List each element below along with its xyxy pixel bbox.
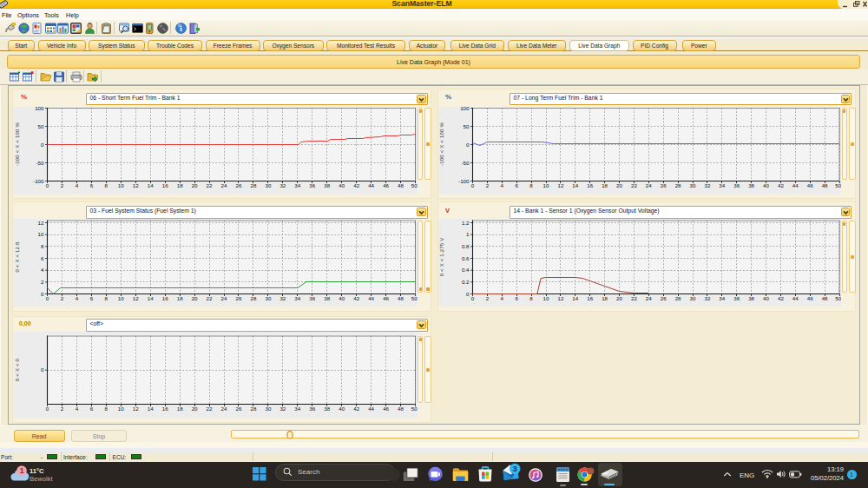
svg-text:10: 10 — [118, 406, 124, 412]
svg-text:38: 38 — [324, 406, 330, 412]
svg-text:10: 10 — [542, 182, 549, 188]
svg-text:4: 4 — [500, 295, 503, 301]
svg-text:-100 < X < 100 %: -100 < X < 100 % — [439, 122, 444, 165]
svg-text:30: 30 — [689, 295, 695, 301]
svg-text:20: 20 — [192, 406, 198, 412]
svg-text:36: 36 — [309, 295, 315, 301]
svg-text:2: 2 — [61, 182, 64, 188]
svg-text:8: 8 — [529, 295, 533, 301]
svg-text:100: 100 — [35, 107, 44, 111]
svg-text:16: 16 — [587, 182, 593, 188]
svg-text:28: 28 — [674, 182, 681, 188]
svg-text:50: 50 — [411, 406, 418, 412]
svg-text:8: 8 — [529, 182, 533, 188]
svg-text:3: 3 — [513, 464, 517, 473]
svg-text:42: 42 — [777, 182, 783, 188]
svg-text:12: 12 — [133, 295, 139, 301]
svg-text:6: 6 — [90, 406, 94, 412]
svg-text:18: 18 — [602, 295, 608, 301]
svg-text:0.8: 0.8 — [461, 243, 469, 249]
svg-text:20: 20 — [192, 182, 198, 188]
svg-text:40: 40 — [339, 406, 345, 412]
svg-text:44: 44 — [368, 406, 374, 412]
svg-text:6: 6 — [515, 182, 518, 188]
svg-text:46: 46 — [383, 406, 389, 412]
svg-text:10: 10 — [118, 295, 124, 301]
svg-text:0: 0 — [46, 295, 49, 301]
svg-text:30: 30 — [689, 182, 695, 188]
svg-text:38: 38 — [748, 182, 754, 188]
svg-text:0: 0 — [46, 182, 49, 188]
svg-text:10: 10 — [542, 295, 549, 301]
svg-text:1: 1 — [20, 466, 24, 475]
svg-text:26: 26 — [236, 406, 242, 412]
svg-text:0: 0 — [46, 406, 49, 412]
svg-text:0: 0 — [466, 141, 470, 147]
svg-text:34: 34 — [719, 182, 725, 188]
svg-text:36: 36 — [733, 182, 740, 188]
svg-text:44: 44 — [792, 182, 798, 188]
svg-text:32: 32 — [279, 182, 286, 188]
svg-text:26: 26 — [236, 182, 242, 188]
svg-text:42: 42 — [353, 182, 359, 188]
svg-text:12: 12 — [557, 295, 563, 301]
svg-text:4: 4 — [76, 406, 79, 412]
svg-text:46: 46 — [383, 295, 389, 301]
svg-text:0: 0 — [470, 182, 474, 188]
svg-text:50: 50 — [38, 122, 44, 129]
svg-text:16: 16 — [162, 182, 168, 188]
svg-text:4: 4 — [500, 182, 503, 188]
svg-text:30: 30 — [265, 295, 271, 301]
svg-text:38: 38 — [324, 295, 330, 301]
svg-text:36: 36 — [309, 182, 315, 188]
svg-text:0 < X < 12.8: 0 < X < 12.8 — [15, 241, 20, 273]
svg-text:46: 46 — [806, 295, 812, 301]
svg-text:18: 18 — [177, 406, 183, 412]
svg-text:18: 18 — [602, 182, 608, 188]
svg-text:24: 24 — [645, 182, 651, 188]
svg-text:4: 4 — [41, 267, 44, 273]
svg-text:22: 22 — [630, 295, 636, 301]
svg-text:18: 18 — [177, 295, 183, 301]
svg-text:0.6: 0.6 — [461, 255, 469, 261]
svg-text:6: 6 — [515, 295, 518, 301]
svg-text:-100 < X < 100 %: -100 < X < 100 % — [15, 122, 20, 165]
svg-text:44: 44 — [368, 182, 374, 188]
svg-text:2: 2 — [61, 295, 64, 301]
svg-text:26: 26 — [236, 295, 242, 301]
svg-text:2: 2 — [485, 182, 489, 188]
svg-text:50: 50 — [835, 295, 841, 301]
svg-text:28: 28 — [250, 182, 256, 188]
svg-text:8: 8 — [105, 406, 108, 412]
svg-text:30: 30 — [265, 182, 271, 188]
svg-text:22: 22 — [207, 406, 213, 412]
svg-text:28: 28 — [674, 295, 681, 301]
svg-text:40: 40 — [763, 295, 769, 301]
svg-text:48: 48 — [821, 295, 827, 301]
svg-text:6: 6 — [90, 295, 94, 301]
svg-text:34: 34 — [294, 295, 300, 301]
svg-text:50: 50 — [835, 182, 841, 188]
svg-text:34: 34 — [294, 182, 300, 188]
svg-text:50: 50 — [411, 182, 418, 188]
svg-text:22: 22 — [207, 295, 213, 301]
svg-text:50: 50 — [463, 122, 469, 129]
svg-text:1.2: 1.2 — [461, 220, 469, 226]
svg-text:44: 44 — [792, 295, 798, 301]
svg-text:-50: -50 — [461, 159, 470, 165]
svg-text:12: 12 — [133, 182, 139, 188]
svg-text:46: 46 — [383, 182, 389, 188]
svg-text:34: 34 — [719, 295, 725, 301]
svg-text:0.4: 0.4 — [461, 267, 469, 273]
svg-text:42: 42 — [353, 295, 359, 301]
svg-text:20: 20 — [616, 182, 622, 188]
svg-text:40: 40 — [763, 182, 769, 188]
svg-text:0: 0 — [466, 291, 470, 297]
svg-text:24: 24 — [645, 295, 651, 301]
svg-text:2: 2 — [41, 279, 44, 285]
svg-text:50: 50 — [411, 295, 418, 301]
svg-text:48: 48 — [398, 406, 404, 412]
svg-text:10: 10 — [118, 182, 124, 188]
svg-text:30: 30 — [265, 406, 271, 412]
svg-text:8: 8 — [105, 182, 108, 188]
